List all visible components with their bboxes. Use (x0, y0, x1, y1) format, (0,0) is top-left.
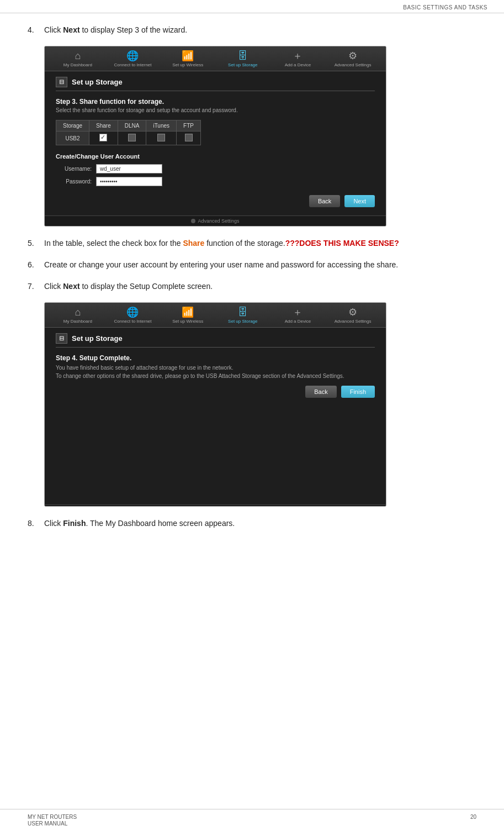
storage-table: Storage Share DLNA iTunes FTP USB2 (56, 120, 201, 145)
checkbox-ftp-empty[interactable] (185, 134, 193, 141)
section-title-2: ⊟ Set up Storage (56, 333, 375, 348)
router-footer-1: Advanced Settings (45, 215, 386, 226)
username-label: Username: (56, 166, 92, 172)
footer-link-1[interactable]: Advanced Settings (47, 218, 384, 224)
nav-label-device: Add a Device (285, 62, 311, 67)
step8-bold: Finish (63, 519, 86, 528)
nav-item-device: ＋ Add a Device (278, 51, 317, 67)
password-input[interactable] (96, 177, 162, 186)
nav2-label-wireless: Set up Wireless (172, 319, 203, 324)
step-body-7: Click Next to display the Setup Complete… (44, 281, 476, 292)
nav-item-advanced: ⚙ Advanced Settings (333, 51, 372, 67)
checkbox-dlna-empty[interactable] (128, 134, 136, 141)
footer-line2: USER MANUAL (28, 821, 77, 827)
step3-title: Step 3. Share function for storage. (56, 98, 375, 106)
nav-item-internet: 🌐 Connect to Internet (113, 51, 152, 67)
section-title-text-2: Set up Storage (72, 334, 123, 343)
list-item-5: 5. In the table, select the check box fo… (28, 238, 476, 249)
nav-label-wireless: Set up Wireless (172, 62, 203, 67)
router-nav-1: ⌂ My Dashboard 🌐 Connect to Internet 📶 S… (45, 46, 386, 71)
router-footer-2: Advanced Settings (45, 504, 386, 507)
finish-button[interactable]: Finish (341, 386, 375, 398)
step5-highlight: Share (183, 239, 204, 248)
footer-circle-icon (191, 219, 195, 223)
page-header: BASIC SETTINGS AND TASKS (0, 0, 504, 13)
cell-dlna-check[interactable] (118, 132, 146, 145)
step4-line1: You have finished basic setup of attache… (56, 364, 375, 372)
nav-label-advanced: Advanced Settings (335, 62, 372, 67)
user-account-title: Create/Change User Account (56, 153, 375, 160)
nav2-label-internet: Connect to Internet (114, 319, 151, 324)
list-item-8: 8. Click Finish. The My Dashboard home s… (28, 518, 476, 529)
back-button-2[interactable]: Back (305, 386, 336, 398)
cell-share-check[interactable] (89, 132, 118, 145)
router-nav-2: ⌂ My Dashboard 🌐 Connect to Internet 📶 S… (45, 303, 386, 328)
step8-text-before: Click (44, 519, 63, 528)
section-title-1: ⊟ Set up Storage (56, 77, 375, 91)
list-item-6: 6. Create or change your user account by… (28, 259, 476, 271)
wifi-icon-2: 📶 (182, 307, 194, 317)
nav2-item-storage-active: 🗄 Set up Storage (224, 307, 262, 324)
step4-text-before: Click (44, 25, 63, 34)
nav-label-internet: Connect to Internet (114, 62, 151, 67)
nav-item-storage-active: 🗄 Set up Storage (224, 51, 262, 67)
footer-left: MY NET ROUTERS USER MANUAL (28, 814, 77, 827)
step-body-6: Create or change your user account by en… (44, 259, 476, 271)
nav2-label-advanced: Advanced Settings (335, 319, 372, 324)
password-label: Password: (56, 178, 92, 185)
cell-ftp-check[interactable] (177, 132, 201, 145)
step5-text-after: function of the storage. (204, 239, 285, 248)
checkbox-share-checked[interactable] (99, 134, 107, 141)
nav-label-dashboard: My Dashboard (63, 62, 92, 67)
checkbox-itunes-empty[interactable] (157, 134, 165, 141)
spacer (56, 398, 375, 442)
footer-link-text-1[interactable]: Advanced Settings (198, 218, 239, 224)
cell-itunes-check[interactable] (146, 132, 177, 145)
storage-icon-2: 🗄 (238, 307, 248, 317)
col-itunes: iTunes (146, 120, 177, 132)
step4-text-after: to display Step 3 of the wizard. (80, 25, 188, 34)
globe-icon: 🌐 (126, 51, 139, 61)
nav2-label-storage: Set up Storage (228, 319, 257, 324)
step4-complete-title: Step 4. Setup Complete. (56, 354, 375, 362)
step7-bold: Next (63, 282, 79, 291)
step7-text-before: Click (44, 282, 63, 291)
col-storage: Storage (56, 120, 89, 132)
section-icon: ⊟ (56, 77, 67, 87)
gear-icon-nav: ⚙ (348, 51, 357, 61)
globe-icon-2: 🌐 (126, 307, 139, 317)
footer-line1: MY NET ROUTERS (28, 814, 77, 820)
header-title: BASIC SETTINGS AND TASKS (403, 4, 487, 10)
col-dlna: DLNA (118, 120, 146, 132)
table-row-usb2: USB2 (56, 132, 201, 145)
nav2-item-wireless: 📶 Set up Wireless (168, 307, 207, 324)
username-input[interactable] (96, 164, 162, 173)
form-row-username: Username: (56, 164, 375, 173)
list-item-7: 7. Click Next to display the Setup Compl… (28, 281, 476, 292)
step-body-8: Click Finish. The My Dashboard home scre… (44, 518, 476, 529)
col-ftp: FTP (177, 120, 201, 132)
home-icon: ⌂ (75, 51, 81, 61)
user-account-section: Create/Change User Account Username: Pas… (56, 153, 375, 186)
router-content-2: ⊟ Set up Storage Step 4. Setup Complete.… (45, 328, 386, 504)
cell-storage-name: USB2 (56, 132, 89, 145)
section-title-text: Set up Storage (72, 78, 123, 86)
storage-icon: 🗄 (238, 51, 248, 61)
nav-label-storage: Set up Storage (228, 62, 257, 67)
back-button-1[interactable]: Back (309, 195, 340, 207)
step-number-4: 4. (28, 24, 44, 36)
screenshot-2: ⌂ My Dashboard 🌐 Connect to Internet 📶 S… (44, 302, 386, 507)
step4-line2: To change other options of the shared dr… (56, 372, 375, 380)
step5-warning: ???DOES THIS MAKE SENSE? (285, 239, 399, 248)
gear-icon-nav-2: ⚙ (348, 307, 357, 317)
list-item-4: 4. Click Next to display Step 3 of the w… (28, 24, 476, 36)
nav2-label-dashboard: My Dashboard (63, 319, 92, 324)
nav2-item-device: ＋ Add a Device (278, 307, 317, 324)
add-device-icon-2: ＋ (293, 307, 303, 317)
nav2-item-dashboard: ⌂ My Dashboard (59, 307, 97, 324)
next-button-1[interactable]: Next (344, 195, 375, 207)
nav2-item-advanced: ⚙ Advanced Settings (333, 307, 372, 324)
buttons-row-1: Back Next (56, 193, 375, 207)
nav-item-wireless: 📶 Set up Wireless (168, 51, 207, 67)
page-content: 4. Click Next to display Step 3 of the w… (0, 13, 504, 561)
